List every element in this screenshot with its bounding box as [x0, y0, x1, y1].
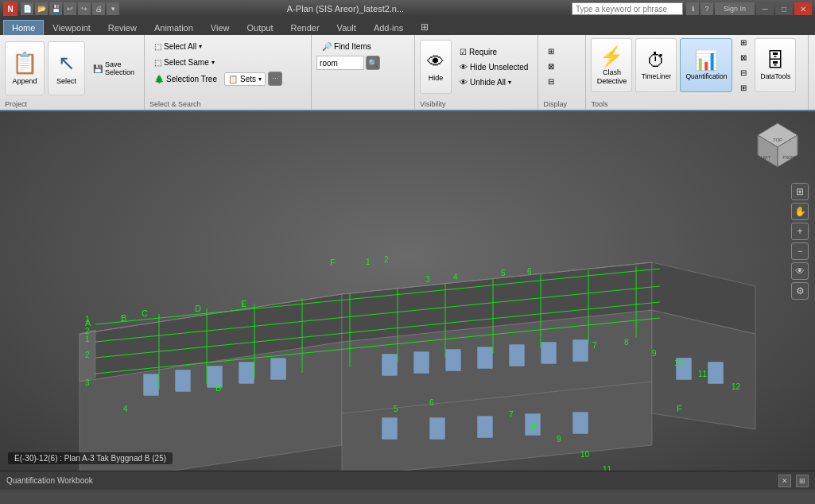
info-icon[interactable]: ℹ	[686, 2, 699, 15]
title-search-input[interactable]	[572, 2, 683, 15]
nav-cube[interactable]: TOP LEFT FRONT	[750, 119, 805, 175]
close-button[interactable]: ✕	[794, 2, 812, 15]
tab-render[interactable]: Render	[282, 20, 328, 35]
find-items-group: 🔎 Find Items 🔍	[312, 35, 415, 110]
orbit-look[interactable]: 👁	[791, 262, 809, 280]
options-icon[interactable]: ▾	[107, 2, 119, 15]
append-label: Append	[12, 77, 37, 86]
clash-detective-button[interactable]: ⚡ Clash Detective	[591, 38, 632, 92]
sets-extra-button[interactable]: ⋯	[268, 72, 282, 86]
save-selection-label: Save Selection	[105, 60, 134, 76]
viewport[interactable]: A B C D E F F E 1 2 3 4 1 2 3 4 5 6 7 8 …	[0, 111, 815, 471]
hide-unselected-button[interactable]: 👁 Hide Unselected	[455, 60, 533, 74]
tab-output[interactable]: Output	[239, 20, 282, 35]
append-button[interactable]: 📋 Append	[5, 41, 45, 95]
svg-rect-9	[143, 374, 159, 396]
tools-extra-btn-4[interactable]: ⊞	[735, 81, 751, 95]
svg-text:FRONT: FRONT	[782, 155, 796, 160]
select-all-button[interactable]: ⬚ Select All ▾	[149, 40, 207, 53]
save-selection-button[interactable]: 💾 Save Selection	[88, 58, 139, 79]
tab-viewpoint[interactable]: Viewpoint	[44, 20, 99, 35]
svg-text:7: 7	[592, 341, 597, 350]
sign-in-icon[interactable]: Sign In	[715, 2, 755, 15]
tools-group: ⚡ Clash Detective ⏱ TimeLiner 📊 Quantifi…	[586, 35, 809, 110]
append-icon: 📋	[12, 51, 37, 76]
save-icon[interactable]: 💾	[49, 2, 62, 15]
svg-text:4: 4	[453, 273, 458, 281]
select-button[interactable]: ↖ Select	[48, 41, 85, 95]
hide-button[interactable]: 👁 Hide	[420, 40, 452, 94]
find-items-button[interactable]: 🔎 Find Items	[316, 40, 377, 53]
tab-home[interactable]: Home	[3, 20, 44, 35]
quantification-label: Quantification	[685, 72, 727, 80]
sets-dropdown[interactable]: 📋 Sets ▾	[224, 72, 266, 86]
tab-addins[interactable]: Add-ins	[365, 20, 412, 35]
svg-text:1: 1	[85, 335, 90, 343]
svg-text:2: 2	[85, 327, 90, 335]
timeliner-button[interactable]: ⏱ TimeLiner	[635, 38, 677, 92]
maximize-button[interactable]: □	[775, 2, 793, 15]
orbit-settings[interactable]: ⚙	[791, 282, 809, 300]
project-group-label: Project	[5, 100, 27, 108]
redo-icon[interactable]: ↪	[78, 2, 91, 15]
ribbon: 📋 Append ↖ Select 💾 Save Selection Proje…	[0, 35, 815, 111]
selection-tree-button[interactable]: 🌲 Selection Tree	[149, 72, 222, 86]
display-btn-2[interactable]: ⊠	[543, 60, 580, 73]
open-icon[interactable]: 📂	[35, 2, 48, 15]
quantification-button[interactable]: 📊 Quantification	[680, 38, 732, 92]
app-logo: N	[3, 2, 17, 16]
orbit-zoom-out[interactable]: −	[791, 242, 809, 260]
svg-text:E: E	[241, 299, 246, 308]
tab-review[interactable]: Review	[99, 20, 146, 35]
new-icon[interactable]: 📄	[21, 2, 33, 15]
room-search-input[interactable]	[316, 56, 364, 70]
svg-text:F: F	[677, 404, 682, 413]
print-icon[interactable]: 🖨	[92, 2, 105, 15]
select-same-icon: ⬚	[154, 58, 161, 67]
svg-rect-24	[429, 417, 445, 440]
select-same-label: Select Same	[164, 58, 209, 67]
svg-rect-20	[572, 339, 588, 362]
undo-icon[interactable]: ↩	[64, 2, 76, 15]
minimize-button[interactable]: ─	[756, 2, 774, 15]
tools-extra-btn-3[interactable]: ⊟	[735, 66, 751, 79]
tab-view[interactable]: View	[202, 20, 239, 35]
display-btn-3[interactable]: ⊟	[543, 75, 580, 88]
display-btn-1[interactable]: ⊞	[543, 45, 580, 58]
display-group-label: Display	[543, 100, 567, 108]
title-right-icons: ℹ ? Sign In ─ □ ✕	[686, 2, 812, 15]
tab-expand[interactable]: ⊞	[412, 18, 437, 35]
tab-animation[interactable]: Animation	[146, 20, 202, 35]
workbook-close-btn[interactable]: ✕	[778, 475, 791, 487]
search-button[interactable]: 🔍	[366, 56, 380, 70]
hide-unselected-icon: 👁	[460, 63, 468, 72]
orbit-zoom-in[interactable]: +	[791, 223, 809, 240]
orbit-hand[interactable]: ✋	[791, 203, 809, 220]
tools-extra-btn-1[interactable]: ⊞	[735, 36, 751, 49]
svg-rect-22	[708, 362, 724, 384]
select-search-group: ⬚ Select All ▾ ⬚ Select Same ▾ 🌲 Selecti…	[145, 35, 312, 110]
datatools-button[interactable]: 🗄 DataTools	[755, 38, 796, 92]
quick-access-toolbar: 📄 📂 💾 ↩ ↪ 🖨 ▾	[21, 2, 119, 15]
select-all-arrow: ▾	[199, 43, 202, 50]
clash-detective-label: Clash Detective	[597, 68, 627, 86]
ribbon-tabs: Home Viewpoint Review Animation View Out…	[0, 17, 815, 35]
select-label: Select	[56, 77, 76, 86]
workbook-expand-btn[interactable]: ⊞	[796, 475, 809, 487]
svg-text:8: 8	[531, 422, 536, 431]
workbook-label: Quantification Workbook	[6, 476, 774, 485]
svg-rect-12	[239, 362, 254, 384]
svg-text:6: 6	[527, 267, 532, 276]
svg-text:TOP: TOP	[773, 138, 782, 142]
tools-extra-btn-2[interactable]: ⊠	[735, 51, 751, 64]
svg-text:6: 6	[429, 398, 434, 407]
selection-tree-label: Selection Tree	[166, 75, 217, 83]
svg-text:B: B	[121, 313, 126, 323]
status-text: E(-30)-12(6) : Plan A-3 Tak Byggnad B (2…	[14, 454, 166, 463]
select-same-button[interactable]: ⬚ Select Same ▾	[149, 56, 219, 69]
unhide-all-button[interactable]: 👁 Unhide All ▾	[455, 76, 533, 89]
orbit-full-screen[interactable]: ⊞	[791, 183, 809, 200]
help-icon[interactable]: ?	[701, 2, 713, 15]
require-button[interactable]: ☑ Require	[455, 45, 533, 59]
tab-vault[interactable]: Vault	[328, 20, 365, 35]
